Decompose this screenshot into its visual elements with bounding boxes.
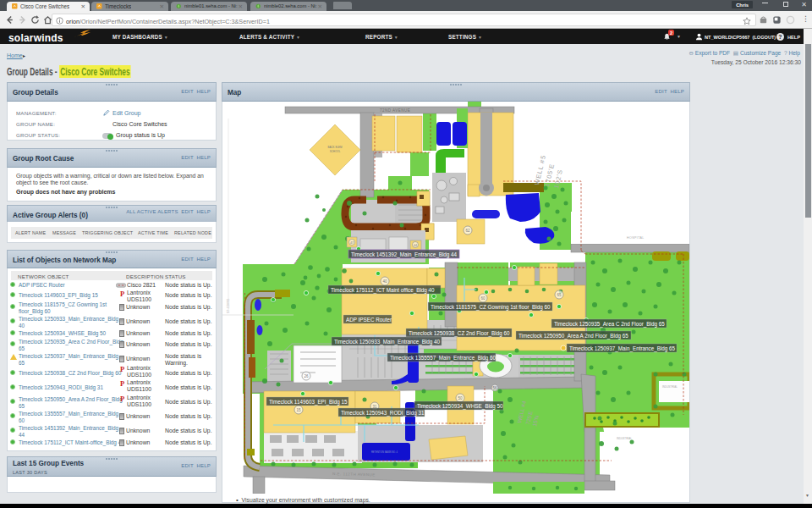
- svg-text:62: 62: [465, 229, 470, 233]
- svg-text:56: 56: [492, 386, 497, 390]
- svg-text:Timeclock 1250933_Main_Entranc: Timeclock 1250933_Main_Entrance_Bldg 40: [334, 339, 441, 345]
- svg-text:INDUSTRIAL: INDUSTRIAL: [617, 437, 632, 440]
- svg-text:Timeclock 1451392_Main_Entranc: Timeclock 1451392_Main_Entrance_Bldg 44: [351, 251, 458, 258]
- svg-text:RETENTION BASIN NO. 4: RETENTION BASIN NO. 4: [371, 450, 398, 454]
- svg-text:44: 44: [414, 244, 417, 247]
- svg-text:Timeclock 1250943_RODI_Bldg 31: Timeclock 1250943_RODI_Bldg 31: [341, 410, 425, 417]
- svg-text:ADP IPSEC Router: ADP IPSEC Router: [346, 317, 392, 323]
- svg-text:Timeclock 1250934_WHSE_Bldg 50: Timeclock 1250934_WHSE_Bldg 50: [417, 403, 503, 410]
- svg-text:26: 26: [304, 374, 309, 378]
- svg-text:72ND AVENUE: 72ND AVENUE: [380, 108, 410, 113]
- svg-text:47: 47: [350, 241, 354, 245]
- svg-text:65: 65: [557, 293, 562, 297]
- svg-text:SCHOOL: SCHOOL: [330, 150, 341, 153]
- svg-text:60: 60: [480, 296, 486, 301]
- svg-text:Timeclock 1355557_Main_Entranc: Timeclock 1355557_Main_Entrance_Bldg 60: [390, 355, 497, 362]
- svg-text:Timeclock 1250950_Area A 2nd F: Timeclock 1250950_Area A 2nd Floor_Bldg …: [518, 333, 628, 340]
- svg-text:Timeclock 1250938_CZ 2nd Floor: Timeclock 1250938_CZ 2nd Floor_Bldg 60: [409, 330, 510, 337]
- svg-text:Timeclock 1250935_Area C 2nd F: Timeclock 1250935_Area C 2nd Floor_Bldg …: [554, 321, 665, 328]
- svg-text:15: 15: [296, 408, 301, 412]
- svg-text:INDUSTRIAL: INDUSTRIAL: [662, 385, 678, 389]
- svg-text:Timeclock 1181575_CZ Gowning 1: Timeclock 1181575_CZ Gowning 1st floor_B…: [431, 304, 551, 311]
- svg-text:Timeclock 175112_ICT Maint off: Timeclock 175112_ICT Maint office_Bldg 4…: [331, 287, 435, 294]
- svg-text:BACK ELEM: BACK ELEM: [327, 146, 343, 149]
- svg-text:40: 40: [382, 279, 387, 284]
- svg-text:HOSPITAL: HOSPITAL: [627, 236, 645, 240]
- svg-text:Timeclock 1250937_Main_Entranc: Timeclock 1250937_Main_Entrance_Bldg 65: [569, 345, 676, 352]
- svg-text:50: 50: [458, 396, 463, 400]
- svg-text:Timeclock 1149603_EPI_Bldg 15: Timeclock 1149603_EPI_Bldg 15: [269, 399, 348, 406]
